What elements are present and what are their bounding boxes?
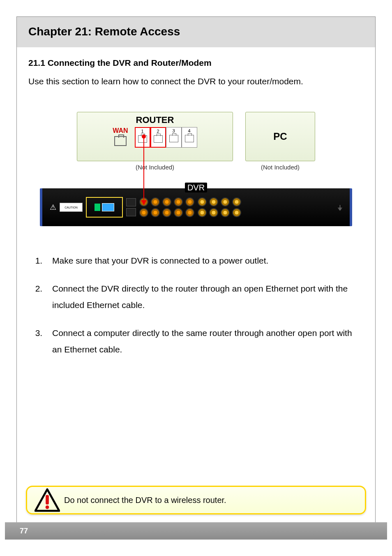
ground-icon: ⏚ xyxy=(338,203,342,212)
usb-video-out xyxy=(126,198,136,216)
exclamation-triangle-icon xyxy=(35,488,60,512)
section-title: 21.1 Connecting the DVR and Router/Modem xyxy=(28,58,364,68)
router-box: ROUTER WAN 1 2 3 4 xyxy=(77,112,233,161)
lan-port-3: 3 xyxy=(166,127,182,148)
vga-port-icon xyxy=(102,203,114,211)
caution-sticker: CAUTION xyxy=(60,203,83,212)
connection-diagram: ROUTER WAN 1 2 3 4 xyxy=(28,112,364,228)
pc-box: PC xyxy=(245,112,315,161)
router-label: ROUTER xyxy=(83,115,227,125)
wan-label: WAN xyxy=(113,127,128,134)
audio-in-group xyxy=(198,197,241,217)
intro-paragraph: Use this section to learn how to connect… xyxy=(28,75,364,87)
hdmi-port-icon xyxy=(95,204,100,211)
steps-list: Make sure that your DVR is connected to … xyxy=(45,253,355,357)
pc-label: PC xyxy=(273,131,287,142)
chapter-bar: Chapter 21: Remote Access xyxy=(17,17,375,47)
svg-rect-1 xyxy=(46,495,49,504)
chapter-title: Chapter 21: Remote Access xyxy=(28,25,364,38)
footer-bar: 77 xyxy=(5,522,387,540)
svg-point-2 xyxy=(46,505,49,509)
page-frame: Chapter 21: Remote Access 21.1 Connectin… xyxy=(16,16,376,540)
step-2: Connect the DVR directly to the router t… xyxy=(45,280,355,313)
page-number: 77 xyxy=(20,527,28,535)
dvr-label: DVR xyxy=(40,183,352,192)
video-in-group xyxy=(139,197,194,217)
ethernet-arrow-icon xyxy=(143,135,144,204)
warning-text: Do not connect the DVR to a wireless rou… xyxy=(64,494,226,506)
wan-port: WAN xyxy=(113,127,128,146)
router-not-included: (Not Included) xyxy=(136,164,174,171)
step-3: Connect a computer directly to the same … xyxy=(45,325,355,358)
dvr-back-panel: ⚠ CAUTION xyxy=(40,188,352,226)
warning-triangle-icon: ⚠ xyxy=(50,203,56,212)
lan-port-2: 2 xyxy=(150,127,166,148)
lan-port-4: 4 xyxy=(182,127,197,148)
warning-note: Do not connect the DVR to a wireless rou… xyxy=(26,486,366,514)
step-1: Make sure that your DVR is connected to … xyxy=(45,253,355,269)
pc-not-included: (Not Included) xyxy=(261,164,300,171)
hdmi-vga-group xyxy=(86,197,123,218)
